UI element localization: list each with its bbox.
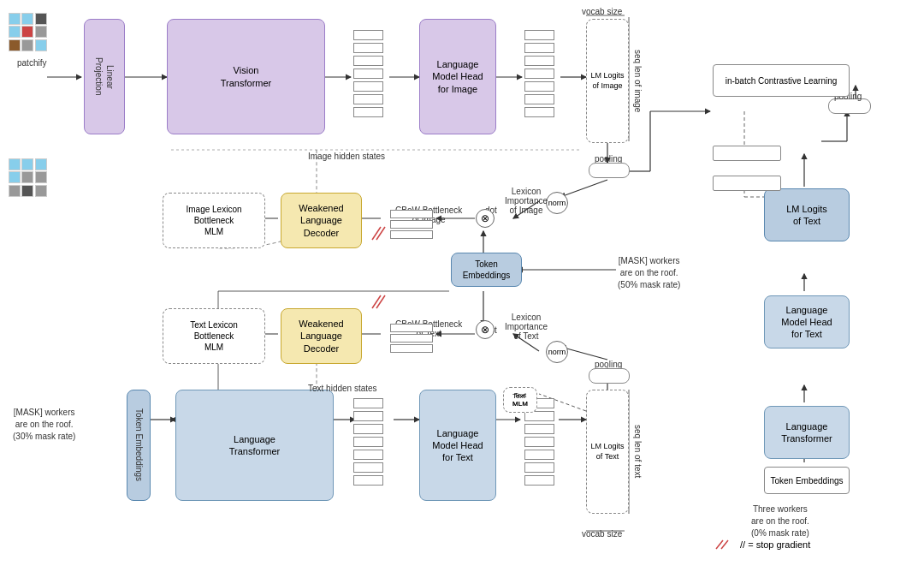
vocab-size-bottom-label: vocab size xyxy=(582,529,622,539)
language-transformer-right-label: LanguageTransformer xyxy=(781,420,832,445)
lm-logits-image-label: LM Logitsof Image xyxy=(590,71,624,91)
architecture-diagram: patchify LinearProjection VisionTransfor… xyxy=(0,0,924,566)
weakened-decoder-text-box: WeakenedLanguageDecoder xyxy=(281,308,362,364)
token-embeddings-bottom-label: Token Embeddings xyxy=(133,408,145,481)
three-workers-label: Three workersare on the roof.(0% mask ra… xyxy=(751,503,809,539)
token-embeddings-main-box: Token Embeddings xyxy=(451,253,522,287)
hidden-state-rects-image xyxy=(353,30,383,120)
hidden-state-rects-text xyxy=(353,398,383,488)
contrastive-learning-label: in-batch Contrastive Learning xyxy=(726,75,838,86)
text-lexicon-mlm-label: Text LexiconBottleneckMLM xyxy=(190,319,238,353)
lm-head-image-box: LanguageModel Headfor Image xyxy=(419,19,496,134)
image-lexicon-mlm-box: Image LexiconBottleneckMLM xyxy=(163,193,265,248)
vocab-size-top-label: vocab size xyxy=(582,7,622,16)
text-lexicon-mlm-box: Text LexiconBottleneckMLM xyxy=(163,308,265,364)
weakened-decoder-image-box: WeakenedLanguageDecoder xyxy=(281,193,362,248)
norm-circle-image: norm xyxy=(546,192,568,214)
image-patch-top xyxy=(9,13,47,51)
feedback-box-2 xyxy=(713,176,781,191)
multiply-circle-image: ⊗ xyxy=(476,209,495,228)
seq-len-text-label: seq len of text xyxy=(633,390,643,514)
cbow-image-rects xyxy=(390,210,433,239)
token-embeddings-right-label: Token Embeddings xyxy=(770,475,843,486)
image-lexicon-mlm-label: Image LexiconBottleneckMLM xyxy=(186,204,241,237)
feedback-box-1 xyxy=(713,146,781,161)
mask-text-top: [MASK] workersare on the roof.(50% mask … xyxy=(618,255,680,291)
linear-projection-label: LinearProjection xyxy=(93,57,116,95)
hidden-state-rects-image-2 xyxy=(524,30,554,120)
image-patch-bottom xyxy=(9,158,47,197)
contrastive-learning-box: in-batch Contrastive Learning xyxy=(713,64,850,97)
svg-line-46 xyxy=(376,227,385,240)
token-embeddings-right-box: Token Embeddings xyxy=(764,467,850,494)
svg-line-45 xyxy=(372,227,381,240)
lm-head-image-label: LanguageModel Headfor Image xyxy=(432,58,483,95)
pooling-box-bottom xyxy=(589,368,630,384)
lexicon-importance-image-label: LexiconImportanceof Image xyxy=(505,187,548,215)
lm-logits-text-bottom-label: LM Logitsof Text xyxy=(590,442,624,462)
weakened-decoder-text-label: WeakenedLanguageDecoder xyxy=(299,318,343,354)
cbow-text-rects xyxy=(390,324,433,353)
vision-transformer-box: VisionTransformer xyxy=(167,19,325,134)
pooling-box-top xyxy=(589,163,630,178)
image-hidden-states-label: Image hidden states xyxy=(308,152,385,161)
svg-line-47 xyxy=(372,295,381,308)
lm-logits-text-right-label: LM Logitsof Text xyxy=(786,203,827,228)
weakened-decoder-image-label: WeakenedLanguageDecoder xyxy=(299,202,343,239)
lm-logits-text-bottom-box: LM Logitsof Text xyxy=(586,390,629,514)
lm-logits-text-right-box: LM Logitsof Text xyxy=(764,188,850,241)
lm-head-text-bottom-label: LanguageModel Headfor Text xyxy=(432,427,483,464)
token-embeddings-main-label: Token Embeddings xyxy=(452,259,521,281)
lm-head-text-right-label: LanguageModel Headfor Text xyxy=(781,304,832,341)
language-transformer-bottom-label: LanguageTransformer xyxy=(229,433,281,458)
language-transformer-right-box: LanguageTransformer xyxy=(764,406,850,459)
vision-transformer-label: VisionTransformer xyxy=(221,64,272,89)
text-hidden-states-label: Text hidden states xyxy=(308,384,377,393)
stop-gradient-legend: // = stop gradient xyxy=(714,539,810,551)
stop-gradient-icon xyxy=(714,539,735,551)
svg-line-48 xyxy=(376,295,385,308)
lm-head-text-right-box: LanguageModel Headfor Text xyxy=(764,295,850,349)
token-embeddings-bottom-box: Token Embeddings xyxy=(127,390,151,501)
lm-logits-image-box: LM Logitsof Image xyxy=(586,19,629,143)
patchify-label: patchify xyxy=(17,58,46,68)
norm-circle-text: norm xyxy=(546,341,568,363)
language-transformer-bottom-box: LanguageTransformer xyxy=(175,390,334,501)
seq-len-image-label: seq len of image xyxy=(633,19,643,143)
stop-gradient-label: // = stop gradient xyxy=(740,539,810,550)
lm-head-text-bottom-box: LanguageModel Headfor Text xyxy=(419,390,496,501)
lexicon-importance-text-label: LexiconImportanceof Text xyxy=(505,313,548,341)
mask-text-bottom: [MASK] workersare on the roof.(30% mask … xyxy=(13,407,75,443)
multiply-circle-text: ⊗ xyxy=(476,320,495,339)
svg-line-7 xyxy=(560,180,607,197)
linear-projection-box: LinearProjection xyxy=(84,19,125,134)
